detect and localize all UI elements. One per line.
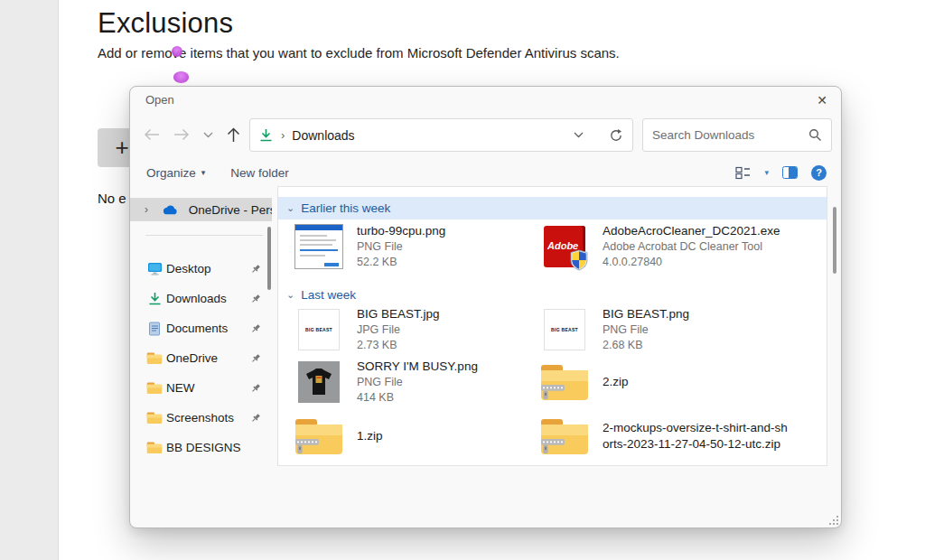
file-item-sorry-im-busy[interactable]: SORRY I'M BUSY.png PNG File 414 KB <box>293 357 531 407</box>
downloads-icon <box>146 291 163 307</box>
organize-caret-icon: ▾ <box>201 168 206 177</box>
uac-shield-icon <box>569 249 589 271</box>
breadcrumb-location[interactable]: Downloads <box>292 128 354 143</box>
view-options-caret-icon[interactable]: ▾ <box>764 168 769 177</box>
dialog-body: › OneDrive - Perso Desktop <box>130 186 842 466</box>
group-header-last-week[interactable]: ⌄ Last week <box>278 284 827 306</box>
file-list-scrollbar[interactable] <box>833 207 836 274</box>
new-folder-button[interactable]: New folder <box>230 166 289 180</box>
back-icon[interactable] <box>139 123 164 146</box>
address-bar[interactable]: › Downloads <box>249 118 633 152</box>
sidebar-item-desktop[interactable]: Desktop <box>130 254 272 284</box>
downloads-icon <box>259 128 273 143</box>
folder-icon <box>146 440 163 456</box>
pin-icon <box>250 294 261 304</box>
sidebar-item-documents[interactable]: Documents <box>130 313 272 343</box>
file-item-adobe-acrocleaner[interactable]: Adobe AdobeAcroCleaner_DC2021.exe Adobe … <box>538 221 809 272</box>
refresh-icon[interactable] <box>609 128 623 143</box>
sidebar-item-label: OneDrive - Perso <box>189 203 272 217</box>
file-item-big-beast-png[interactable]: BIG BEAST BIG BEAST.png PNG File 2.68 KB <box>538 304 809 355</box>
open-file-dialog: Open ✕ › Downloads <box>129 86 842 528</box>
address-dropdown-chevron-icon[interactable] <box>574 132 584 138</box>
file-item-1-zip[interactable]: 1.zip <box>293 411 531 462</box>
page-title: Exclusions <box>98 7 233 40</box>
sidebar-divider <box>145 235 263 236</box>
tshirt-thumbnail <box>293 357 345 407</box>
sidebar-item-downloads[interactable]: Downloads <box>130 284 272 313</box>
pin-icon <box>250 383 261 394</box>
folder-icon <box>146 380 163 397</box>
sidebar-item-onedrive-personal[interactable]: › OneDrive - Perso <box>130 198 272 221</box>
screenshot-thumbnail <box>293 221 345 272</box>
up-icon[interactable] <box>220 123 246 146</box>
pin-icon <box>250 264 261 275</box>
zip-folder-icon <box>538 411 591 462</box>
forward-icon[interactable] <box>168 123 193 146</box>
folder-icon <box>146 410 163 426</box>
pin-icon <box>250 323 261 334</box>
zip-folder-icon <box>538 357 591 407</box>
chevron-down-icon: ⌄ <box>286 289 294 301</box>
dialog-title: Open <box>145 93 174 107</box>
adobe-installer-icon: Adobe <box>538 221 591 272</box>
search-icon <box>808 128 822 142</box>
pin-icon <box>250 353 261 364</box>
organize-button[interactable]: Organize ▾ <box>146 166 205 180</box>
file-item-turbo-99cpu[interactable]: turbo-99cpu.png PNG File 52.2 KB <box>293 221 531 272</box>
sidebar-item-new[interactable]: NEW <box>130 373 272 403</box>
view-options-icon[interactable] <box>735 166 751 180</box>
recent-locations-chevron-icon[interactable] <box>195 123 220 146</box>
file-list: ⌄ Earlier this week turbo-99c <box>277 186 827 466</box>
zip-folder-icon <box>293 411 345 462</box>
empty-state-text: No e <box>98 191 126 206</box>
dialog-footer: File name: All files (*) Open Cancel <box>130 466 842 528</box>
pointer-mark-icon <box>173 71 189 83</box>
sidebar-item-bb-designs[interactable]: BB DESIGNS <box>130 433 272 462</box>
help-icon[interactable]: ? <box>811 165 827 181</box>
group-header-earlier-this-week[interactable]: ⌄ Earlier this week <box>278 197 827 219</box>
chevron-down-icon: ⌄ <box>286 202 294 214</box>
resize-grip[interactable] <box>830 517 838 525</box>
pin-icon <box>250 413 261 424</box>
dialog-toolbar: Organize ▾ New folder ▾ ? <box>130 159 842 186</box>
desktop-icon <box>146 261 163 277</box>
search-input[interactable] <box>652 128 808 142</box>
preview-pane-icon[interactable] <box>782 166 798 179</box>
sidebar-item-screenshots[interactable]: Screenshots <box>130 403 272 433</box>
breadcrumb-chevron-icon: › <box>281 128 285 142</box>
close-icon[interactable]: ✕ <box>808 89 836 112</box>
search-box[interactable] <box>642 118 832 152</box>
file-item-2-mockups-zip[interactable]: 2-mockups-oversize-t-shirt-and-sh orts-2… <box>538 411 809 462</box>
image-thumbnail: BIG BEAST <box>538 304 591 355</box>
file-item-2-zip[interactable]: 2.zip <box>538 357 809 407</box>
expand-chevron-icon[interactable]: › <box>145 203 153 216</box>
folder-icon <box>146 350 163 367</box>
navigation-pane: › OneDrive - Perso Desktop <box>130 186 275 466</box>
sidebar-item-onedrive-folder[interactable]: OneDrive <box>130 343 272 373</box>
file-item-big-beast-jpg[interactable]: BIG BEAST BIG BEAST.jpg JPG File 2.73 KB <box>293 304 531 355</box>
image-thumbnail: BIG BEAST <box>293 304 345 355</box>
onedrive-cloud-icon <box>162 204 177 216</box>
app-left-rail <box>0 0 59 560</box>
pointer-mark-icon <box>172 46 182 57</box>
sidebar-scrollbar[interactable] <box>267 227 271 290</box>
documents-icon <box>146 321 163 337</box>
